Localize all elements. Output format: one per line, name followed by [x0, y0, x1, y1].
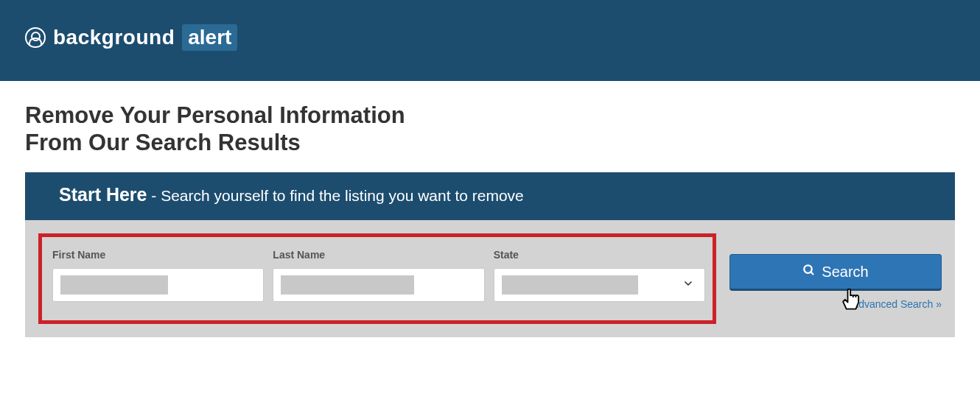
state-label: State	[494, 249, 705, 261]
search-header: Start Here - Search yourself to find the…	[25, 172, 955, 220]
redacted-placeholder	[60, 275, 168, 295]
brand-name-first: background	[53, 26, 175, 49]
redacted-placeholder	[281, 275, 413, 295]
last-name-group: Last Name	[273, 249, 484, 302]
first-name-field[interactable]	[52, 268, 264, 302]
first-name-group: First Name	[52, 249, 264, 302]
advanced-search-link[interactable]: Advanced Search »	[852, 298, 942, 310]
brand-logo[interactable]: background alert	[25, 24, 237, 51]
first-name-label: First Name	[52, 249, 264, 261]
page-title-line1: Remove Your Personal Information	[25, 102, 405, 128]
last-name-label: Last Name	[273, 249, 484, 261]
page-title-line2: From Our Search Results	[25, 130, 301, 155]
search-button[interactable]: Search	[729, 254, 942, 291]
page-title: Remove Your Personal Information From Ou…	[25, 102, 955, 156]
redacted-placeholder	[502, 275, 639, 295]
search-body: First Name Last Name State	[25, 220, 955, 337]
search-heading-bold: Start Here	[59, 184, 147, 205]
person-circle-icon	[25, 27, 46, 48]
search-button-label: Search	[822, 264, 868, 281]
brand-name-second: alert	[182, 24, 237, 51]
search-icon	[802, 264, 816, 281]
search-section: Start Here - Search yourself to find the…	[25, 172, 955, 337]
state-select[interactable]	[494, 268, 705, 302]
site-header: background alert	[0, 0, 980, 81]
form-highlight-box: First Name Last Name State	[38, 233, 716, 324]
search-heading-rest: - Search yourself to find the listing yo…	[147, 187, 524, 204]
state-group: State	[494, 249, 705, 302]
svg-point-0	[805, 265, 813, 273]
main-content: Remove Your Personal Information From Ou…	[0, 81, 980, 337]
chevron-down-icon	[682, 278, 694, 292]
svg-line-1	[811, 272, 814, 275]
last-name-field[interactable]	[273, 268, 484, 302]
